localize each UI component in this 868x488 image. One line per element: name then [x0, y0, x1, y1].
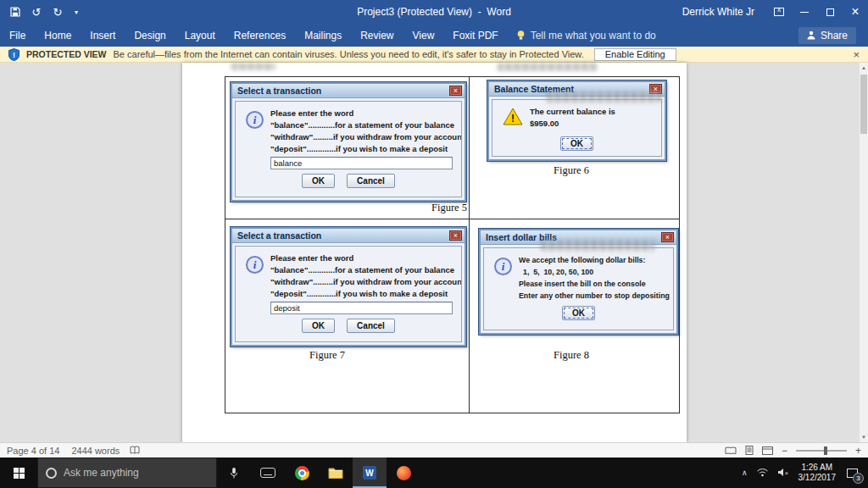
ok-button: OK — [302, 174, 335, 188]
redo-icon: ↻ — [53, 6, 63, 19]
chrome-icon — [295, 466, 309, 480]
close-icon: × — [851, 5, 859, 19]
taskbar-search-box[interactable]: Ask me anything — [37, 458, 217, 488]
print-layout-icon[interactable] — [745, 446, 754, 455]
ribbon-display-options-button[interactable] — [766, 0, 792, 24]
dialog-text-line: $959.00 — [530, 118, 615, 130]
minimize-icon — [800, 12, 809, 13]
tab-design[interactable]: Design — [125, 24, 175, 47]
shield-icon: ! — [8, 48, 19, 61]
redacted-text — [541, 240, 654, 251]
word-icon: W — [363, 466, 376, 480]
page-indicator[interactable]: Page 4 of 14 — [7, 446, 59, 456]
dialog-text-line: "withdraw".........if you withdraw from … — [270, 276, 462, 288]
dialog-text: We accept the following dollar bills: 1,… — [519, 254, 670, 302]
maximize-icon — [826, 8, 834, 16]
taskbar-clock[interactable]: 1:26 AM 3/12/2017 — [798, 463, 837, 483]
tab-review[interactable]: Review — [351, 24, 403, 47]
dialog-buttons: OK — [492, 136, 661, 151]
qat-customize-button[interactable]: ▾ — [72, 4, 81, 19]
share-button[interactable]: Share — [798, 27, 856, 44]
ok-button: OK — [562, 306, 595, 320]
minimize-button[interactable] — [792, 0, 817, 24]
dragon-app-button[interactable] — [387, 458, 420, 488]
figure7-dialog-image[interactable]: Select a transaction × i Please enter th… — [231, 227, 466, 347]
redo-button[interactable]: ↻ — [51, 4, 64, 19]
figure7-caption: Figure 7 — [309, 349, 345, 362]
info-icon: i — [246, 256, 264, 274]
file-explorer-button[interactable] — [319, 458, 353, 488]
touch-keyboard-button[interactable] — [251, 458, 285, 488]
info-icon: i — [494, 258, 512, 275]
scroll-up-icon[interactable]: ▲ — [860, 63, 868, 73]
statusbar-right: − + — [725, 445, 861, 457]
ok-button: OK — [560, 136, 593, 151]
dialog-body: i Please enter the word "balance".......… — [235, 246, 462, 342]
vertical-scrollbar[interactable]: ▲ ▼ — [860, 63, 868, 442]
scrollbar-thumb[interactable] — [860, 75, 867, 134]
zoom-in-button[interactable]: + — [855, 445, 861, 457]
dragon-icon — [397, 466, 411, 480]
enable-editing-button[interactable]: Enable Editing — [594, 48, 676, 61]
scroll-down-icon[interactable]: ▼ — [860, 432, 868, 442]
account-name[interactable]: Derrick White Jr — [682, 6, 754, 18]
read-mode-icon[interactable] — [725, 446, 737, 455]
tab-mailings[interactable]: Mailings — [295, 24, 351, 47]
zoom-out-button[interactable]: − — [782, 445, 787, 457]
tab-home[interactable]: Home — [35, 24, 81, 47]
dialog-text-line: Enter any other number to stop depositin… — [519, 290, 670, 302]
svg-text:!: ! — [511, 113, 515, 125]
word-taskbar-button[interactable]: W — [353, 458, 387, 488]
dialog-buttons: OK — [484, 306, 673, 320]
dialog-text-line: The current balance is — [530, 106, 615, 118]
banner-close-icon[interactable]: × — [853, 48, 860, 61]
warning-icon: ! — [503, 108, 523, 130]
tab-references[interactable]: References — [225, 24, 295, 47]
redacted-text — [231, 63, 275, 70]
tray-expand-icon[interactable]: ∧ — [742, 469, 748, 477]
dialog-text: Please enter the word "balance".........… — [270, 108, 462, 155]
zoom-slider[interactable] — [796, 450, 847, 452]
file-explorer-icon — [328, 467, 343, 479]
wifi-icon[interactable] — [756, 465, 769, 480]
transaction-input: deposit — [270, 302, 453, 314]
word-window: ↺ ↻ ▾ Project3 (Protected View) - Word D… — [0, 0, 868, 488]
word-count[interactable]: 2444 words — [71, 446, 120, 456]
close-button[interactable]: × — [843, 0, 868, 24]
transaction-input: balance — [270, 157, 453, 169]
clock-date: 3/12/2017 — [798, 473, 837, 483]
titlebar-right: Derrick White Jr × — [682, 0, 868, 24]
tab-file[interactable]: File — [0, 24, 35, 47]
tab-foxit-pdf[interactable]: Foxit PDF — [443, 24, 507, 47]
dialog-text-line: "withdraw".........if you withdraw from … — [270, 131, 462, 143]
zoom-slider-thumb[interactable] — [824, 446, 827, 455]
microphone-button[interactable] — [217, 458, 251, 488]
tab-insert[interactable]: Insert — [81, 24, 125, 47]
tab-layout[interactable]: Layout — [175, 24, 225, 47]
lightbulb-icon — [516, 30, 526, 41]
figure5-dialog-image[interactable]: Select a transaction × i Please enter th… — [231, 82, 466, 202]
search-placeholder: Ask me anything — [64, 467, 139, 479]
redacted-text — [547, 92, 661, 103]
undo-button[interactable]: ↺ — [30, 4, 43, 19]
proofing-icon[interactable] — [130, 446, 140, 455]
status-bar: Page 4 of 14 2444 words — [0, 442, 868, 458]
dialog-message: i Please enter the word "balance".......… — [236, 102, 461, 155]
touch-keyboard-icon — [260, 468, 275, 478]
chrome-button[interactable] — [285, 458, 319, 488]
tell-me-box[interactable]: Tell me what you want to do — [516, 24, 656, 47]
dialog-titlebar: Select a transaction × — [232, 84, 465, 98]
dialog-close-icon: × — [661, 232, 674, 242]
maximize-button[interactable] — [817, 0, 843, 24]
dialog-body: i Please enter the word "balance".......… — [235, 101, 462, 197]
start-button[interactable] — [0, 458, 37, 488]
web-layout-icon[interactable] — [762, 446, 773, 455]
action-center-button[interactable]: 3 — [844, 464, 860, 481]
volume-muted-icon[interactable]: × — [777, 465, 790, 480]
tab-view[interactable]: View — [403, 24, 444, 47]
dialog-text-line: Please enter the word — [270, 252, 462, 264]
banner-label: PROTECTED VIEW — [26, 49, 107, 59]
clock-time: 1:26 AM — [801, 463, 832, 473]
save-button[interactable] — [8, 4, 22, 19]
document-area[interactable]: Select a transaction × i Please enter th… — [0, 63, 860, 442]
